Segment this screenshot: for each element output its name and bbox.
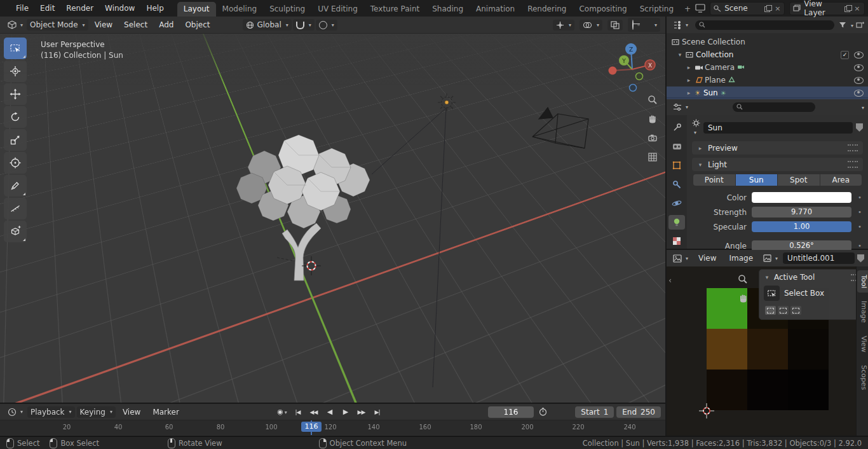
prev-keyframe-button[interactable]: ◀◀	[306, 408, 321, 417]
jump-start-button[interactable]: |◀	[290, 408, 305, 417]
select-mode-extend[interactable]	[778, 306, 789, 315]
remove-view-layer-icon[interactable]: ×	[853, 4, 860, 13]
image-menu-image[interactable]: Image	[724, 252, 759, 265]
pan-hand-icon[interactable]	[648, 114, 658, 124]
zoom-icon[interactable]	[738, 274, 748, 284]
expand-icon[interactable]: ▸	[686, 90, 692, 96]
tab-physics[interactable]	[668, 196, 685, 211]
next-keyframe-button[interactable]: ▶▶	[354, 408, 369, 417]
frame-end-field[interactable]: End 250	[616, 406, 661, 418]
tool-add-cube[interactable]	[4, 221, 27, 242]
animate-dot[interactable]: •	[857, 209, 863, 216]
snap-toggle[interactable]	[293, 19, 315, 31]
image-browse-icon[interactable]	[761, 253, 780, 263]
properties-search-input[interactable]	[733, 102, 815, 112]
workspace-tab-shading[interactable]: Shading	[426, 2, 470, 17]
filter-icon[interactable]	[839, 22, 846, 29]
animate-dot[interactable]: •	[857, 242, 863, 249]
expand-icon[interactable]: ▾	[677, 52, 683, 58]
play-reverse-button[interactable]: ◀	[322, 406, 337, 417]
unlink-scene-icon[interactable]: ×	[774, 4, 781, 13]
fake-user-shield-icon[interactable]	[857, 254, 864, 263]
tool-select-box[interactable]	[4, 38, 27, 59]
light-type-sun[interactable]: Sun	[736, 174, 778, 186]
auto-key-button[interactable]: ◉	[275, 406, 289, 417]
editor-type-outliner-button[interactable]	[670, 20, 691, 31]
outliner-row-scene-collection[interactable]: Scene Collection	[667, 36, 868, 48]
data-name-field[interactable]: Sun	[703, 122, 853, 134]
new-view-layer-icon[interactable]	[844, 5, 850, 11]
specular-slider[interactable]: 1.00	[752, 221, 851, 232]
current-frame-field[interactable]: 116	[488, 406, 534, 418]
menu-edit[interactable]: Edit	[34, 3, 60, 14]
filter-dropdown[interactable]	[849, 20, 853, 29]
panel-collapse-icon[interactable]: ▾	[697, 162, 703, 168]
tool-measure[interactable]	[4, 198, 27, 219]
expand-icon[interactable]: ▸	[686, 64, 692, 71]
keying-menu[interactable]: Keying	[77, 406, 116, 418]
outliner-row-sun[interactable]: ▸ ☀ Sun ☀	[667, 86, 868, 99]
hide-eye-icon[interactable]	[854, 77, 864, 84]
menu-file[interactable]: File	[10, 3, 34, 14]
image-menu-view[interactable]: View	[693, 252, 721, 265]
hide-eye-icon[interactable]	[854, 52, 864, 59]
tab-object-data[interactable]	[668, 215, 685, 230]
tab-object[interactable]	[668, 158, 685, 173]
animate-dot[interactable]: •	[857, 223, 863, 230]
timeline-menu-marker[interactable]: Marker	[147, 406, 184, 418]
image-canvas[interactable]: ‹	[667, 266, 857, 436]
outliner-search-input[interactable]	[695, 20, 834, 30]
screen-icon[interactable]	[695, 4, 705, 13]
expand-icon[interactable]: ▸	[686, 77, 692, 83]
add-workspace-button[interactable]: +	[680, 2, 695, 17]
side-tab-image[interactable]: Image	[857, 296, 868, 327]
light-type-area[interactable]: Area	[820, 174, 862, 186]
playhead-frame-badge[interactable]: 116	[301, 422, 322, 432]
image-name-field[interactable]: Untitled.001	[783, 252, 855, 264]
new-scene-icon[interactable]	[764, 5, 771, 11]
workspace-tab-compositing[interactable]: Compositing	[573, 2, 633, 17]
light-type-point[interactable]: Point	[693, 174, 735, 186]
panel-grip-icon[interactable]	[848, 144, 858, 151]
viewport-canvas[interactable]: User Perspective (116) Collection | Sun	[0, 34, 665, 403]
workspace-tab-texture-paint[interactable]: Texture Paint	[364, 2, 426, 17]
animate-dot[interactable]: •	[857, 194, 863, 201]
timeline-menu-view[interactable]: View	[118, 406, 146, 418]
panel-collapse-icon[interactable]: ▾	[764, 274, 770, 280]
overlays-dropdown[interactable]	[580, 20, 602, 31]
playback-menu[interactable]: Playback	[27, 406, 75, 418]
mode-selector[interactable]: Object Mode	[27, 19, 88, 31]
editor-type-image-button[interactable]	[670, 253, 691, 264]
stopwatch-icon[interactable]	[539, 408, 547, 416]
tab-tool[interactable]	[668, 120, 685, 135]
panel-grip-icon[interactable]	[848, 161, 858, 168]
outliner-row-camera[interactable]: ▸ Camera	[667, 61, 868, 74]
side-tab-view[interactable]: View	[857, 331, 868, 357]
shading-wireframe-button[interactable]	[631, 19, 635, 31]
tool-move[interactable]	[4, 83, 27, 105]
outliner-row-plane[interactable]: ▸ Plane	[667, 74, 868, 86]
tab-constraints[interactable]	[668, 177, 685, 192]
select-box-tool-icon[interactable]	[764, 286, 780, 301]
light-breadcrumb-icon[interactable]	[692, 119, 700, 136]
new-collection-icon[interactable]	[856, 21, 864, 29]
scene-selector[interactable]: Scene ×	[710, 2, 785, 15]
menu-window[interactable]: Window	[99, 3, 140, 14]
zoom-icon[interactable]	[648, 95, 658, 105]
view-layer-selector[interactable]: View Layer ×	[789, 2, 864, 15]
shading-material-button[interactable]	[642, 24, 645, 26]
properties-options-dropdown[interactable]	[860, 102, 864, 111]
play-button[interactable]: ▶	[338, 406, 353, 417]
workspace-tab-scripting[interactable]: Scripting	[634, 2, 680, 17]
workspace-tab-uv-editing[interactable]: UV Editing	[311, 2, 364, 17]
viewport-menu-add[interactable]: Add	[154, 18, 179, 31]
pan-hand-icon[interactable]	[738, 293, 749, 303]
workspace-tab-animation[interactable]: Animation	[470, 2, 521, 17]
collection-checkbox[interactable]: ✓	[841, 51, 849, 59]
workspace-tab-rendering[interactable]: Rendering	[521, 2, 573, 17]
tool-scale[interactable]	[4, 129, 27, 151]
jump-end-button[interactable]: ▶|	[370, 408, 384, 417]
panel-collapse-icon[interactable]: ▸	[697, 145, 703, 151]
tab-render[interactable]	[668, 139, 685, 155]
workspace-tab-sculpting[interactable]: Sculpting	[263, 2, 311, 17]
